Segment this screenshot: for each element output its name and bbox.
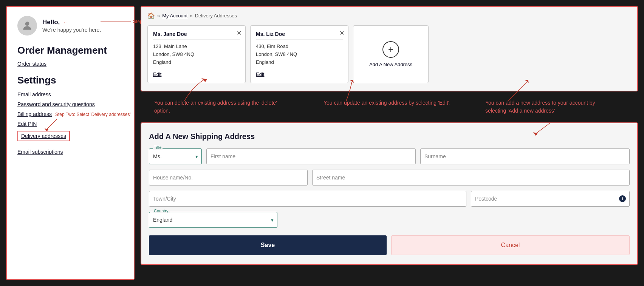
form-annotation-arrow [531, 121, 554, 136]
title-select[interactable]: Ms. Mr. Mrs. Dr. [149, 148, 202, 164]
order-management-section: Order Management Order status [17, 45, 123, 67]
form-actions: Save Cancel [149, 235, 630, 255]
arrow-annotation: ← [63, 20, 68, 25]
address-card-liz: Ms. Liz Doe ✕ 430, Elm Road London, SW8 … [250, 25, 348, 83]
add-address-card[interactable]: + Add A New Address [353, 25, 429, 83]
card-liz-close[interactable]: ✕ [339, 29, 344, 37]
jane-line2: London, SW8 4NQ [153, 51, 194, 57]
address-cards-row: Ms. Jane Doe ✕ 123, Main Lane London, SW… [147, 25, 631, 83]
town-input[interactable] [149, 191, 466, 207]
breadcrumb-sep2: » [190, 13, 192, 19]
card-liz-address: 430, Elm Road London, SW8 4NQ England [256, 43, 343, 66]
hello-block: Hello, ← We're happy you're here. [42, 19, 101, 33]
surname-input[interactable] [420, 148, 630, 164]
card-jane-close[interactable]: ✕ [237, 29, 242, 37]
delivery-addresses-wrapper: Delivery addresses [17, 131, 70, 141]
liz-line1: 430, Elm Road [256, 43, 288, 49]
country-field: Country England Scotland Wales Northern … [149, 212, 277, 228]
delete-annotation-text: You can delete an existing address using… [154, 99, 301, 115]
password-security-link[interactable]: Password and security questions [17, 101, 123, 107]
house-input[interactable] [149, 170, 308, 186]
liz-line3: England [256, 59, 274, 65]
add-annotation-text: You can add a new address to your accoun… [478, 99, 624, 115]
email-address-link[interactable]: Email address [17, 91, 123, 97]
right-panel: 🏠 » My Account » Delivery Addresses Ms. … [141, 6, 638, 280]
form-row-3: i [149, 191, 630, 207]
postcode-input[interactable] [471, 191, 630, 207]
annotation-add: You can add a new address to your accoun… [470, 99, 632, 115]
edit-pin-link[interactable]: Edit PIN [17, 121, 123, 127]
order-management-heading: Order Management [17, 45, 123, 56]
title-label: Title [153, 145, 163, 150]
breadcrumb-my-account[interactable]: My Account [162, 13, 187, 19]
delivery-addresses-panel: 🏠 » My Account » Delivery Addresses Ms. … [141, 6, 638, 91]
order-status-link[interactable]: Order status [17, 61, 123, 67]
form-row-1: Title Ms. Mr. Mrs. Dr. ▾ [149, 148, 630, 164]
hello-text: Hello, ← [42, 19, 101, 26]
postcode-field: i [471, 191, 630, 207]
form-row-4: Country England Scotland Wales Northern … [149, 212, 630, 228]
annotation-update: You can update an existing address by se… [308, 99, 470, 115]
save-button[interactable]: Save [149, 235, 387, 255]
user-icon [21, 20, 33, 32]
svg-point-0 [25, 22, 29, 26]
card-liz-edit[interactable]: Edit [256, 71, 264, 77]
edit-arrow [331, 78, 361, 103]
liz-line2: London, SW8 4NQ [256, 51, 297, 57]
home-icon[interactable]: 🏠 [147, 12, 155, 19]
left-panel: Hello, ← We're happy you're here. Step O… [6, 6, 135, 280]
form-row-2 [149, 170, 630, 186]
annotation-section: You can delete an existing address using… [141, 91, 638, 122]
delete-arrow [177, 76, 207, 103]
title-field: Title Ms. Mr. Mrs. Dr. ▾ [149, 148, 202, 164]
user-header: Hello, ← We're happy you're here. Step O… [17, 16, 123, 36]
breadcrumb-delivery: Delivery Addresses [195, 13, 237, 19]
street-field [312, 170, 630, 186]
first-name-input[interactable] [206, 148, 416, 164]
edit-pin-wrapper: Edit PIN Step Two: Select 'Delivery addr… [17, 121, 123, 127]
card-jane-edit[interactable]: Edit [153, 71, 161, 77]
add-address-label: Add A New Address [369, 62, 412, 67]
cancel-button[interactable]: Cancel [391, 235, 630, 255]
step-two-arrow [40, 117, 59, 132]
surname-field [420, 148, 630, 164]
jane-line3: England [153, 59, 171, 65]
breadcrumb: 🏠 » My Account » Delivery Addresses [147, 12, 631, 19]
svg-marker-2 [201, 78, 207, 82]
step-two-label: Step Two: Select 'Delivery addresses' [55, 112, 131, 117]
postcode-info-icon: i [619, 195, 626, 202]
card-liz-name: Ms. Liz Doe [256, 31, 343, 40]
jane-line1: 123, Main Lane [153, 43, 187, 49]
address-card-jane: Ms. Jane Doe ✕ 123, Main Lane London, SW… [147, 25, 246, 83]
street-input[interactable] [312, 170, 630, 186]
annotation-line [101, 22, 131, 22]
email-subscriptions-link[interactable]: Email subscriptions [17, 149, 123, 155]
card-jane-address: 123, Main Lane London, SW8 4NQ England [153, 43, 240, 66]
breadcrumb-sep1: » [157, 13, 160, 19]
form-title: Add A New Shipping Address [149, 132, 630, 141]
annotation-delete: You can delete an existing address using… [147, 99, 308, 115]
town-field [149, 191, 466, 207]
first-name-field [206, 148, 416, 164]
delivery-addresses-link[interactable]: Delivery addresses [17, 131, 70, 141]
add-address-form-panel: Add A New Shipping Address Title Ms. Mr.… [141, 122, 638, 265]
house-field [149, 170, 308, 186]
settings-heading: Settings [17, 74, 123, 86]
settings-section: Settings Email address Password and secu… [17, 74, 123, 155]
card-jane-name: Ms. Jane Doe [153, 31, 240, 40]
welcome-text: We're happy you're here. [42, 27, 101, 33]
avatar [17, 16, 37, 36]
country-select[interactable]: England Scotland Wales Northern Ireland [149, 212, 277, 228]
country-label: Country [153, 209, 170, 213]
add-plus-icon: + [382, 41, 399, 58]
add-arrow [500, 78, 531, 103]
